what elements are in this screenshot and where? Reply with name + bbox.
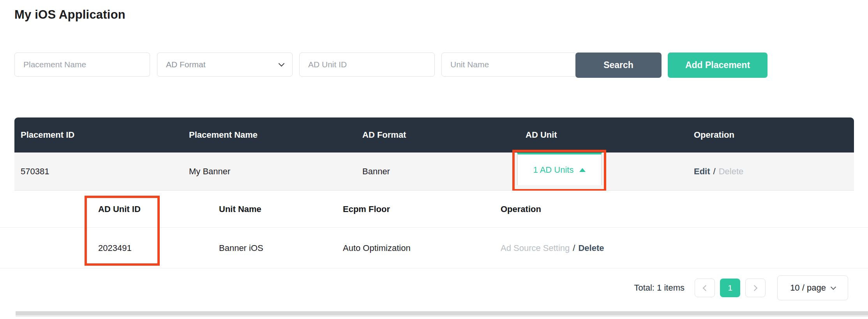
ad-format-cell: Banner bbox=[362, 152, 390, 191]
scrollbar-track bbox=[16, 315, 868, 317]
triangle-up-icon bbox=[579, 168, 586, 172]
app-page: My iOS Application AD Format Search Add … bbox=[0, 0, 868, 319]
placements-table: Placement ID Placement Name AD Format AD… bbox=[14, 117, 854, 307]
pagination-bar: Total: 1 items 1 10 / page bbox=[14, 268, 854, 307]
prev-page-button[interactable] bbox=[695, 279, 715, 297]
chevron-down-icon bbox=[279, 60, 285, 67]
unit-name-input[interactable] bbox=[441, 53, 577, 77]
ad-unit-id-cell: 2023491 bbox=[98, 228, 132, 268]
subtable-header-row: AD Unit ID Unit Name Ecpm Floor Operatio… bbox=[14, 191, 854, 228]
page-size-label: 10 / page bbox=[790, 283, 826, 293]
horizontal-scrollbar[interactable] bbox=[16, 311, 868, 317]
chevron-right-icon bbox=[752, 285, 758, 291]
column-header-placement-name: Placement Name bbox=[189, 117, 258, 152]
placement-name-cell: My Banner bbox=[189, 152, 230, 191]
page-title: My iOS Application bbox=[14, 8, 125, 22]
scrollbar-thumb[interactable] bbox=[16, 311, 868, 315]
column-header-ad-unit: AD Unit bbox=[526, 117, 557, 152]
ad-units-toggle-label: 1 AD Units bbox=[533, 165, 574, 175]
table-header-row: Placement ID Placement Name AD Format AD… bbox=[14, 117, 854, 152]
delete-link: Delete bbox=[719, 167, 744, 177]
edit-link[interactable]: Edit bbox=[694, 167, 710, 177]
column-header-operation: Operation bbox=[694, 117, 734, 152]
subtable-row: 2023491 Banner iOS Auto Optimization Ad … bbox=[14, 228, 854, 268]
ad-format-select-label: AD Format bbox=[166, 60, 206, 69]
ad-source-setting-link: Ad Source Setting bbox=[501, 243, 570, 253]
placement-name-input[interactable] bbox=[14, 53, 150, 77]
operation-separator: / bbox=[710, 167, 719, 177]
table-row: 570381 My Banner Banner Edit / Delete bbox=[14, 152, 854, 191]
ecpm-floor-cell: Auto Optimization bbox=[343, 228, 411, 268]
subrow-delete-link[interactable]: Delete bbox=[578, 243, 604, 253]
subcolumn-header-ad-unit-id: AD Unit ID bbox=[98, 191, 141, 228]
unit-name-cell: Banner iOS bbox=[219, 228, 263, 268]
placement-id-cell: 570381 bbox=[21, 152, 49, 191]
search-button[interactable]: Search bbox=[575, 53, 662, 78]
operation-separator: / bbox=[570, 243, 578, 253]
column-header-placement-id: Placement ID bbox=[21, 117, 74, 152]
page-number-button[interactable]: 1 bbox=[720, 279, 740, 297]
ad-format-select[interactable]: AD Format bbox=[157, 53, 293, 77]
subrow-operation-cell: Ad Source Setting / Delete bbox=[501, 228, 604, 268]
subcolumn-header-ecpm-floor: Ecpm Floor bbox=[343, 191, 390, 228]
next-page-button[interactable] bbox=[745, 279, 766, 297]
page-size-select[interactable]: 10 / page bbox=[777, 275, 848, 300]
ad-unit-id-input[interactable] bbox=[299, 53, 435, 77]
chevron-down-icon bbox=[831, 284, 836, 289]
operation-cell: Edit / Delete bbox=[694, 152, 743, 191]
subcolumn-header-unit-name: Unit Name bbox=[219, 191, 261, 228]
total-items-text: Total: 1 items bbox=[634, 283, 685, 293]
ad-units-toggle[interactable]: 1 AD Units bbox=[517, 152, 602, 185]
chevron-left-icon bbox=[703, 285, 709, 291]
add-placement-button[interactable]: Add Placement bbox=[668, 53, 767, 78]
subcolumn-header-operation: Operation bbox=[501, 191, 541, 228]
column-header-ad-format: AD Format bbox=[362, 117, 406, 152]
